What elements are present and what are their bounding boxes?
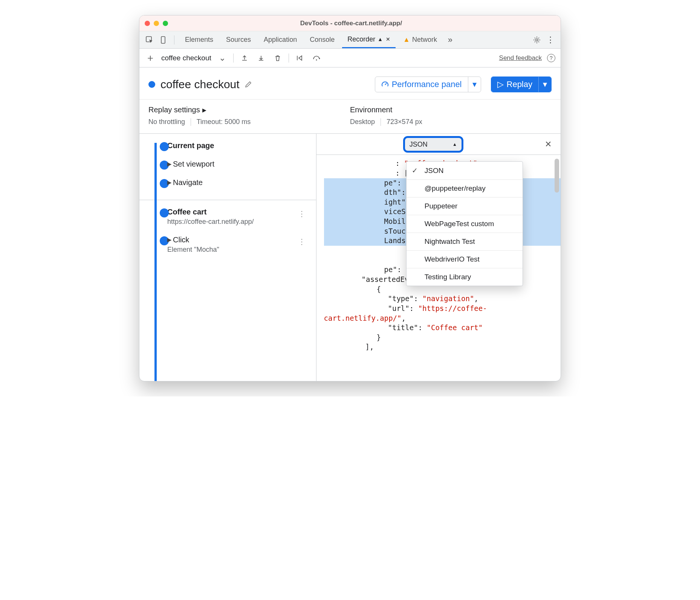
step-subtitle: Element "Mocha"	[167, 246, 309, 254]
format-options-dropdown: ✓JSON @puppeteer/replay Puppeteer WebPag…	[406, 161, 523, 286]
step-icon[interactable]	[294, 52, 306, 64]
step-current-page[interactable]: Current page	[148, 141, 316, 160]
devtools-window: DevTools - coffee-cart.netlify.app/ Elem…	[139, 15, 561, 381]
warning-icon: ▲	[403, 36, 410, 44]
step-title: Coffee cart	[167, 208, 309, 216]
check-icon: ✓	[412, 166, 420, 175]
expand-icon[interactable]: ▶	[167, 161, 171, 167]
expand-icon[interactable]: ▶	[167, 237, 171, 243]
tab-elements[interactable]: Elements	[180, 31, 219, 48]
play-icon: ▷	[497, 80, 504, 89]
export-icon[interactable]	[239, 52, 250, 64]
code-toolbar: JSON ▲ ✓JSON @puppeteer/replay Puppeteer…	[316, 134, 561, 155]
format-select[interactable]: JSON ▲ ✓JSON @puppeteer/replay Puppeteer…	[403, 136, 463, 153]
device-toolbar-icon[interactable]	[157, 34, 169, 46]
format-option-puppeteer[interactable]: Puppeteer	[407, 197, 523, 215]
tab-recorder[interactable]: Recorder ▲ ✕	[342, 31, 396, 48]
chevron-up-icon: ▲	[452, 142, 457, 147]
more-tabs-icon[interactable]: »	[445, 34, 456, 46]
delete-icon[interactable]	[272, 52, 283, 64]
format-option-puppeteer-replay[interactable]: @puppeteer/replay	[407, 180, 523, 197]
recorder-toolbar: ＋ coffee checkout ⌄ Send feedback ?	[139, 49, 561, 67]
step-subtitle: https://coffee-cart.netlify.app/	[167, 218, 309, 226]
tab-label: Elements	[185, 36, 213, 44]
svg-point-2	[536, 39, 538, 41]
env-device: Desktop	[350, 118, 375, 126]
chevron-right-icon: ▶	[202, 107, 206, 113]
step-navigate[interactable]: ▶Navigate	[148, 178, 316, 197]
format-select-value: JSON	[410, 141, 428, 148]
tab-label: Recorder	[347, 35, 375, 43]
kebab-menu-icon[interactable]: ⋮	[545, 34, 556, 46]
step-menu-icon[interactable]: ⋮	[298, 237, 306, 246]
tab-label: Console	[310, 36, 335, 44]
recording-title-heading: coffee checkout	[160, 78, 252, 91]
recording-select-chevron-icon[interactable]: ⌄	[217, 52, 228, 64]
window-title: DevTools - coffee-cart.netlify.app/	[168, 20, 534, 27]
step-click[interactable]: ▶Click Element "Mocha" ⋮	[148, 236, 316, 263]
recording-header: coffee checkout Performance panel ▾ ▷ Re…	[139, 67, 561, 99]
performance-dropdown-caret[interactable]: ▾	[468, 77, 481, 92]
tab-label: Network	[412, 36, 437, 44]
button-label: Replay	[507, 80, 532, 89]
help-icon[interactable]: ?	[547, 54, 555, 62]
recording-select-value: coffee checkout	[161, 54, 211, 62]
throttling-value: No throttling	[148, 118, 185, 126]
code-view-panel: JSON ▲ ✓JSON @puppeteer/replay Puppeteer…	[316, 134, 561, 381]
step-menu-icon[interactable]: ⋮	[298, 209, 306, 218]
tab-console[interactable]: Console	[304, 31, 340, 48]
performance-panel-button[interactable]: Performance panel ▾	[375, 77, 481, 92]
button-label: Performance panel	[392, 80, 462, 89]
format-option-json[interactable]: ✓JSON	[407, 162, 523, 180]
replay-dropdown-caret[interactable]: ▾	[538, 77, 551, 92]
step-over-icon[interactable]	[311, 52, 322, 64]
recording-select[interactable]: coffee checkout	[161, 54, 211, 62]
window-titlebar: DevTools - coffee-cart.netlify.app/	[139, 15, 561, 31]
env-dimensions: 723×574 px	[387, 118, 422, 126]
step-title: Set viewport	[173, 160, 214, 168]
format-option-nightwatch[interactable]: Nightwatch Test	[407, 233, 523, 251]
recording-status-dot	[148, 81, 155, 88]
close-tab-icon[interactable]: ✕	[386, 36, 390, 42]
step-title: Click	[173, 236, 189, 244]
environment-heading: Environment	[350, 106, 552, 114]
svg-point-3	[316, 59, 317, 60]
recording-title: coffee checkout	[160, 78, 240, 91]
panel-tabstrip: Elements Sources Application Console Rec…	[139, 31, 561, 49]
timeout-value: Timeout: 5000 ms	[197, 118, 251, 126]
scrollbar-thumb[interactable]	[555, 159, 559, 193]
format-option-wdio[interactable]: WebdriverIO Test	[407, 251, 523, 268]
tab-network[interactable]: ▲ Network	[398, 31, 442, 48]
step-title: Navigate	[173, 178, 203, 187]
step-set-viewport[interactable]: ▶Set viewport	[148, 160, 316, 178]
close-window-button[interactable]	[145, 21, 150, 26]
format-option-wpt[interactable]: WebPageTest custom	[407, 215, 523, 233]
format-option-testing-library[interactable]: Testing Library	[407, 268, 523, 286]
replay-settings-values: No throttling Timeout: 5000 ms	[148, 118, 350, 126]
gauge-icon	[381, 81, 389, 88]
environment-values: Desktop 723×574 px	[350, 118, 552, 126]
replay-settings-heading[interactable]: Replay settings ▶	[148, 106, 350, 114]
zoom-window-button[interactable]	[163, 21, 168, 26]
svg-rect-1	[161, 37, 165, 43]
settings-gear-icon[interactable]	[531, 34, 543, 46]
import-icon[interactable]	[255, 52, 267, 64]
step-coffee-cart[interactable]: Coffee cart https://coffee-cart.netlify.…	[148, 208, 316, 236]
inspect-element-icon[interactable]	[144, 34, 155, 46]
send-feedback-link[interactable]: Send feedback	[499, 54, 542, 62]
close-code-panel-icon[interactable]: ✕	[543, 137, 554, 152]
experimental-icon: ▲	[378, 36, 383, 42]
traffic-lights	[145, 21, 168, 26]
tab-label: Application	[264, 36, 297, 44]
steps-timeline: Current page ▶Set viewport ▶Navigate Cof…	[139, 134, 316, 381]
tab-application[interactable]: Application	[258, 31, 302, 48]
expand-icon[interactable]: ▶	[167, 179, 171, 185]
tab-label: Sources	[226, 36, 251, 44]
replay-button[interactable]: ▷ Replay ▾	[491, 77, 552, 92]
minimize-window-button[interactable]	[154, 21, 159, 26]
tab-sources[interactable]: Sources	[221, 31, 256, 48]
step-title: Current page	[167, 141, 309, 150]
new-recording-icon[interactable]: ＋	[145, 52, 156, 64]
edit-title-icon[interactable]	[244, 80, 252, 89]
settings-row: Replay settings ▶ No throttling Timeout:…	[139, 99, 561, 134]
